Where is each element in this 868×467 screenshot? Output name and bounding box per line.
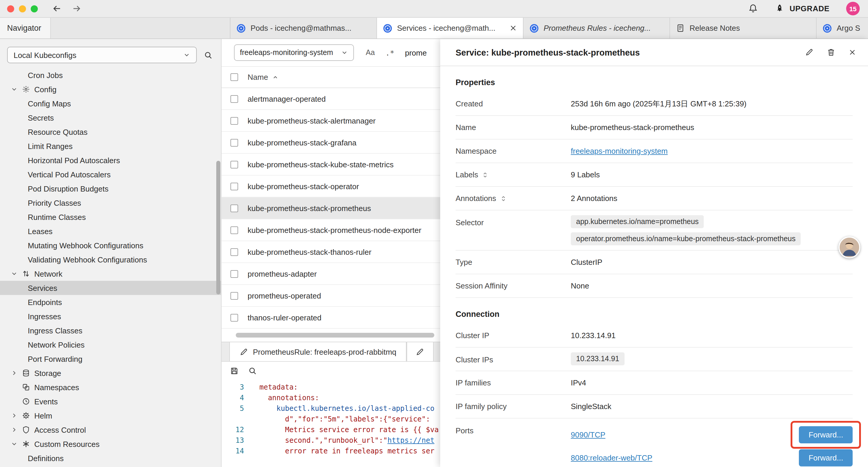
minimize-window-button[interactable] [19,5,26,12]
chevron-down-icon[interactable] [11,86,20,93]
match-case-toggle[interactable]: Aa [366,49,375,57]
port-link[interactable]: 9090/TCP [571,430,606,439]
close-icon[interactable] [848,49,856,56]
sidebar-item-services[interactable]: Services [0,281,221,295]
forward-button[interactable]: Forward... [799,426,852,443]
line-content: kubectl.kubernetes.io/last-applied-co [251,403,434,414]
navigator-zone: Navigator [0,18,230,38]
expand-toggle-icon[interactable] [500,195,507,202]
editor-tab-services-icecheng-math[interactable]: Services - icecheng@math... [377,18,524,38]
sort-ascending-icon[interactable] [272,74,279,81]
delete-trash-icon[interactable] [827,48,836,57]
detail-label: Session Affinity [456,282,571,290]
chevron-right-icon[interactable] [11,412,20,419]
sidebar-item-leases[interactable]: Leases [0,224,221,238]
upgrade-button[interactable]: UPGRADE [775,4,830,13]
sidebar-item-network[interactable]: Network [0,267,221,281]
port-link[interactable]: 8080:reloader-web/TCP [571,454,652,462]
sidebar-item-ingresses[interactable]: Ingresses [0,309,221,323]
namespace-filter-select[interactable]: freeleaps-monitoring-system [234,44,354,61]
sidebar-item-storage[interactable]: Storage [0,366,221,380]
sidebar-item-resource-quotas[interactable]: Resource Quotas [0,125,221,139]
dock-tab-2[interactable] [406,342,434,361]
sidebar-item-events[interactable]: Events [0,394,221,408]
sidebar-item-validating-webhook-configurations[interactable]: Validating Webhook Configurations [0,253,221,267]
dock-tab-prometheusrule-freeleaps-prod-rabbitmq[interactable]: PrometheusRule: freeleaps-prod-rabbitmq [229,342,406,361]
sidebar-item-endpoints[interactable]: Endpoints [0,295,221,309]
sidebar-item-helm[interactable]: Helm [0,408,221,423]
row-checkbox[interactable] [230,226,238,234]
row-checkbox[interactable] [230,139,238,146]
forward-arrow-icon[interactable] [71,4,82,13]
sidebar-item-custom-resources[interactable]: Custom Resources [0,437,221,451]
row-checkbox[interactable] [230,95,238,103]
sidebar-item-namespaces[interactable]: Namespaces [0,380,221,394]
sidebar-scrollbar[interactable] [216,161,220,294]
regex-toggle[interactable]: .* [385,48,395,57]
sidebar-item-mutating-webhook-configurations[interactable]: Mutating Webhook Configurations [0,238,221,253]
sidebar-item-cron-jobs[interactable]: Cron Jobs [0,68,221,82]
detail-label: Labels [456,170,571,179]
notification-count-badge[interactable]: 15 [846,2,860,16]
edit-pencil-icon[interactable] [805,48,814,57]
chevron-down-icon[interactable] [11,440,20,447]
sidebar-item-port-forwarding[interactable]: Port Forwarding [0,352,221,366]
sidebar-item-network-policies[interactable]: Network Policies [0,338,221,352]
search-input[interactable]: prome [405,48,427,57]
profile-avatar[interactable] [838,236,860,258]
notifications-bell-icon[interactable] [748,4,758,13]
sidebar-item-label: Priority Classes [28,198,81,207]
sidebar-item-ingress-classes[interactable]: Ingress Classes [0,323,221,338]
sidebar-item-priority-classes[interactable]: Priority Classes [0,196,221,210]
sidebar-item-label: Ingress Classes [28,326,83,335]
row-checkbox[interactable] [230,204,238,212]
sidebar-item-config[interactable]: Config [0,82,221,96]
close-window-button[interactable] [7,5,14,12]
sidebar-item-horizontal-pod-autoscalers[interactable]: Horizontal Pod Autoscalers [0,153,221,167]
select-all-checkbox[interactable] [230,73,238,81]
sidebar-item-label: Leases [28,227,53,236]
annotation-highlight-box: Forward... [791,421,861,449]
editor-tab-argo-s[interactable]: Argo S [816,18,868,38]
sidebar-item-vertical-pod-autoscalers[interactable]: Vertical Pod Autoscalers [0,167,221,181]
row-checkbox[interactable] [230,292,238,299]
kubeconfig-selector[interactable]: Local Kubeconfigs [7,47,197,63]
sidebar-item-secrets[interactable]: Secrets [0,111,221,125]
sidebar-item-definitions[interactable]: Definitions [0,451,221,465]
editor-tab-prometheus-rules-icecheng[interactable]: Prometheus Rules - icecheng... [524,18,670,38]
row-checkbox[interactable] [230,160,238,168]
namespace-link[interactable]: freeleaps-monitoring-system [571,147,668,155]
sidebar-item-label: Services [28,284,57,292]
row-checkbox[interactable] [230,182,238,190]
row-name: kube-prometheus-stack-operator [248,182,359,191]
forward-button[interactable]: Forward... [799,449,852,466]
sidebar-item-limit-ranges[interactable]: Limit Ranges [0,139,221,153]
save-icon[interactable] [230,366,239,375]
row-checkbox[interactable] [230,314,238,321]
sidebar-search-icon[interactable] [204,51,213,59]
row-checkbox[interactable] [230,117,238,124]
row-checkbox[interactable] [230,248,238,256]
sidebar-item-label: Events [34,397,58,406]
sidebar-item-access-control[interactable]: Access Control [0,423,221,437]
editor-tab-release-notes[interactable]: Release Notes [670,18,816,38]
sidebar-item-pod-disruption-budgets[interactable]: Pod Disruption Budgets [0,181,221,196]
horizontal-scrollbar[interactable] [236,333,434,338]
line-content: second.","runbook_url":"https://net [251,435,434,446]
row-checkbox[interactable] [230,270,238,278]
editor-tab-pods-icecheng-mathmas[interactable]: Pods - icecheng@mathmas... [230,18,377,38]
close-tab-icon[interactable] [509,24,517,32]
chevron-right-icon[interactable] [11,370,20,377]
detail-label: Cluster IPs [456,352,571,364]
zoom-window-button[interactable] [31,5,38,12]
expand-toggle-icon[interactable] [482,171,489,178]
sidebar-item-config-maps[interactable]: Config Maps [0,96,221,111]
chevron-right-icon[interactable] [11,426,20,433]
name-column-header[interactable]: Name [248,73,268,82]
sidebar-item-runtime-classes[interactable]: Runtime Classes [0,210,221,224]
sidebar-item-label: Pod Disruption Budgets [28,184,108,193]
editor-search-icon[interactable] [248,366,257,375]
tab-label: Release Notes [689,24,740,32]
back-arrow-icon[interactable] [52,4,62,13]
chevron-down-icon[interactable] [11,270,20,277]
